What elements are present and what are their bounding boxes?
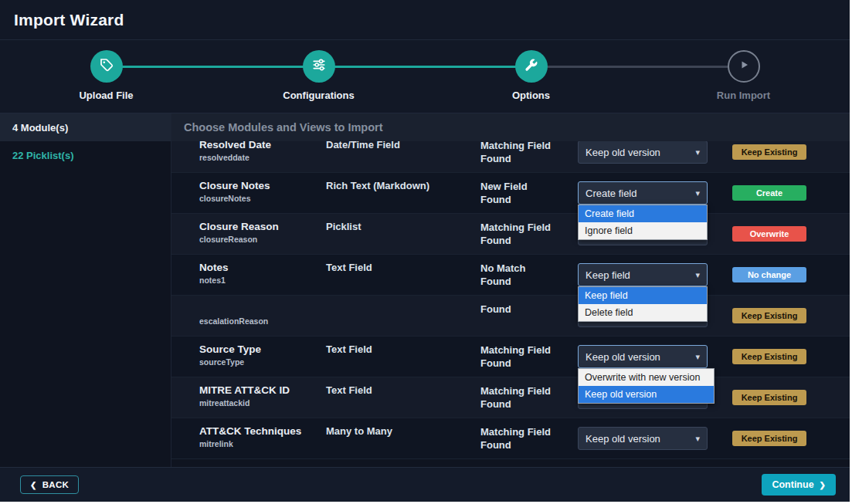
action-select-value: Keep old version xyxy=(586,147,660,158)
wrench-icon xyxy=(524,58,538,76)
field-title xyxy=(199,303,326,315)
back-button-label: BACK xyxy=(42,480,69,489)
table-row: Closure Notes closureNotes Rich Text (Ma… xyxy=(171,173,850,214)
step-circle xyxy=(515,50,548,83)
action-select[interactable]: Create field ▾ xyxy=(578,181,708,205)
table-row: Resolved Date resolveddate Date/Time Fie… xyxy=(171,141,850,173)
match-status: Matching Field Found xyxy=(480,214,578,247)
table-row: Source Type sourceType Text Field Matchi… xyxy=(171,337,850,377)
wizard-stepper: Upload File Configu xyxy=(0,40,850,113)
badge-cell: Keep Existing xyxy=(732,390,806,405)
field-id: escalationReason xyxy=(199,316,326,326)
chevron-down-icon: ▾ xyxy=(695,270,700,280)
badge-cell: Keep Existing xyxy=(732,144,806,160)
step-configurations[interactable]: Configurations xyxy=(212,50,425,113)
status-badge: Overwrite xyxy=(732,226,806,242)
field-name-cell: Closure Reason closureReason xyxy=(199,214,326,244)
action-select-cell: Create field ▾ Create field Ignore field xyxy=(578,173,708,205)
status-badge: Keep Existing xyxy=(732,144,806,160)
field-id: mitrelink xyxy=(199,439,326,448)
import-wizard-window: Import Wizard Upload File xyxy=(0,0,850,502)
status-badge: Keep Existing xyxy=(732,308,806,323)
match-status: Found xyxy=(480,296,578,316)
field-title: Resolved Date xyxy=(199,141,326,151)
section-title: Choose Modules and Views to Import xyxy=(171,113,850,141)
sliders-icon xyxy=(311,57,327,76)
step-circle xyxy=(728,50,760,83)
continue-button-label: Continue xyxy=(772,479,813,490)
match-status-line2: Found xyxy=(480,193,578,206)
badge-cell: No change xyxy=(732,267,806,282)
match-status-line2: Found xyxy=(480,357,578,370)
action-select[interactable]: Keep old version ▾ xyxy=(578,427,708,450)
badge-cell: Keep Existing xyxy=(732,308,806,323)
field-type xyxy=(326,296,480,303)
select-option[interactable]: Ignore field xyxy=(579,222,707,239)
step-label: Run Import xyxy=(717,90,770,101)
badge-cell: Keep Existing xyxy=(732,431,806,446)
match-status-line2: Found xyxy=(480,438,578,452)
body-area: 4 Module(s) 22 Picklist(s) Choose Module… xyxy=(0,113,850,467)
select-options-list: Overwrite with new version Keep old vers… xyxy=(578,368,715,404)
match-status: Matching Field Found xyxy=(480,337,578,370)
field-type: Picklist xyxy=(326,214,480,232)
field-type: Text Field xyxy=(326,337,480,355)
sidebar-item-picklists[interactable]: 22 Picklist(s) xyxy=(0,141,171,169)
chevron-down-icon: ▾ xyxy=(695,188,700,198)
action-select-value: Create field xyxy=(586,188,636,199)
select-options-list: Create field Ignore field xyxy=(578,205,708,240)
match-status-line2: Found xyxy=(480,303,578,316)
sidebar-item-modules[interactable]: 4 Module(s) xyxy=(0,113,171,141)
step-circle xyxy=(90,50,123,83)
field-title: Closure Notes xyxy=(199,180,326,192)
match-status-line2: Found xyxy=(480,152,578,165)
field-type: Date/Time Field xyxy=(326,141,480,151)
badge-cell: Create xyxy=(732,185,806,201)
select-option[interactable]: Keep field xyxy=(579,287,707,304)
field-type: Rich Text (Markdown) xyxy=(326,173,480,191)
continue-button[interactable]: Continue ❯ xyxy=(762,474,836,496)
match-status-line1: Matching Field xyxy=(480,425,578,438)
field-name-cell: ATT&CK Techniques mitrelink xyxy=(199,418,326,448)
match-status: New Field Found xyxy=(480,173,578,206)
play-icon xyxy=(736,57,752,76)
field-id: closureNotes xyxy=(199,194,326,203)
field-name-cell: Source Type sourceType xyxy=(199,337,326,367)
step-run-import[interactable]: Run Import xyxy=(637,50,850,113)
action-select[interactable]: Keep field ▾ xyxy=(578,263,708,286)
footer-bar: ❮ BACK Continue ❯ xyxy=(0,467,850,502)
action-select-cell: Keep field ▾ Keep field Delete field xyxy=(578,255,708,286)
step-options[interactable]: Options xyxy=(425,50,637,113)
field-name-cell: Closure Notes closureNotes xyxy=(199,173,326,203)
table-row: Notes notes1 Text Field No Match Found K… xyxy=(171,255,850,296)
fields-table: Resolved Date resolveddate Date/Time Fie… xyxy=(171,141,850,467)
action-select[interactable]: Keep old version ▾ xyxy=(578,141,708,164)
table-row: MITRE ATT&CK ID mitreattackid Text Field… xyxy=(171,377,850,418)
select-option[interactable]: Create field xyxy=(579,205,707,222)
match-status-line2: Found xyxy=(480,234,578,247)
match-status: No Match Found xyxy=(480,255,578,288)
fields-table-scroll[interactable]: Resolved Date resolveddate Date/Time Fie… xyxy=(171,141,850,459)
match-status: Matching Field Found xyxy=(480,141,578,165)
chevron-down-icon: ▾ xyxy=(695,434,700,444)
status-badge: Keep Existing xyxy=(732,349,806,364)
title-bar: Import Wizard xyxy=(0,0,850,40)
match-status-line1: No Match xyxy=(480,262,578,275)
back-button[interactable]: ❮ BACK xyxy=(20,475,79,494)
chevron-right-icon: ❯ xyxy=(820,481,826,489)
select-option[interactable]: Overwrite with new version xyxy=(579,369,714,386)
action-select-cell: Keep old version ▾ xyxy=(578,141,708,164)
step-label: Configurations xyxy=(283,90,354,101)
action-select[interactable]: Keep old version ▾ xyxy=(578,345,708,368)
select-option[interactable]: Delete field xyxy=(579,304,707,321)
match-status-line1: Matching Field xyxy=(480,221,578,234)
step-upload-file[interactable]: Upload File xyxy=(0,50,212,113)
field-type: Text Field xyxy=(326,377,480,396)
select-option[interactable]: Keep old version xyxy=(579,386,714,403)
main-panel: Choose Modules and Views to Import Resol… xyxy=(171,113,850,467)
field-title: ATT&CK Techniques xyxy=(199,425,326,438)
step-label: Options xyxy=(512,90,550,101)
step-circle xyxy=(303,50,335,83)
chevron-down-icon: ▾ xyxy=(695,352,700,362)
page-title: Import Wizard xyxy=(14,11,124,29)
